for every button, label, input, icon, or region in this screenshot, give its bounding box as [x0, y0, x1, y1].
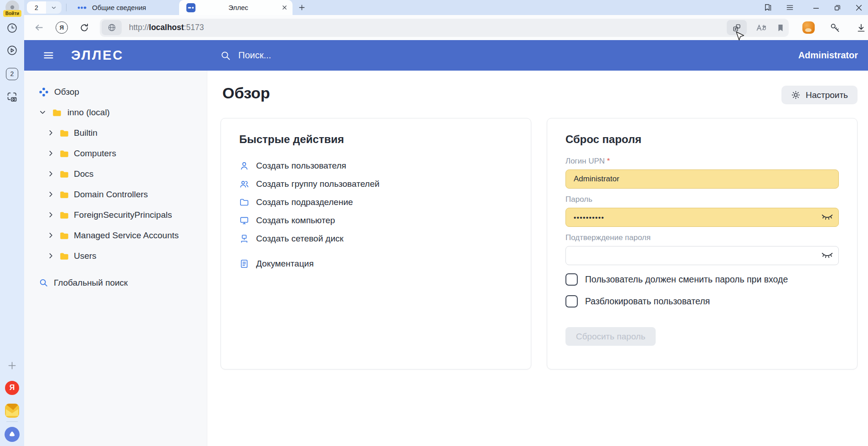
chevron-down-icon[interactable] [46, 1, 62, 14]
downloads-button[interactable] [856, 22, 867, 33]
alice-assistant-button[interactable] [0, 425, 24, 444]
reload-icon [79, 22, 90, 33]
quick-actions-card: Быстрые действия Создать пользователя Со… [221, 118, 531, 369]
yandex-search-button[interactable]: Я [56, 21, 68, 34]
bookmark-page-button[interactable] [776, 23, 785, 33]
app-logo[interactable]: ЭЛЛЕС [71, 48, 124, 63]
directory-tree: Обзор inno (local) Builtin Computers [24, 71, 207, 446]
chevron-right-icon[interactable] [47, 231, 55, 239]
eye-closed-icon [821, 250, 833, 260]
tab-general-info[interactable]: Общие сведения [71, 0, 179, 15]
checkbox-icon[interactable] [565, 295, 578, 308]
password-manager-button[interactable] [829, 22, 841, 34]
folder-icon [59, 128, 69, 138]
tree-item-label: Managed Service Accounts [74, 231, 179, 241]
chevron-right-icon[interactable] [47, 129, 55, 137]
chevron-right-icon[interactable] [47, 211, 55, 219]
yandex-logo-icon: Я [5, 381, 19, 395]
chevron-right-icon[interactable] [47, 190, 55, 198]
action-create-computer[interactable]: Создать компьютер [239, 211, 513, 230]
tab-elles-active[interactable]: Эллес [179, 0, 293, 15]
back-button[interactable] [33, 22, 45, 33]
app-search-input[interactable]: Поиск... [220, 50, 271, 61]
chevron-right-icon[interactable] [47, 252, 55, 260]
action-label: Создать пользователя [256, 161, 346, 171]
checkbox-must-change-password[interactable]: Пользователь должен сменить пароль при в… [565, 272, 839, 287]
translate-button[interactable] [756, 23, 767, 33]
new-tab-button[interactable] [298, 4, 306, 11]
toggle-password-visibility-button[interactable] [821, 250, 833, 260]
action-create-user-group[interactable]: Создать группу пользователей [239, 175, 513, 193]
tree-item-folder[interactable]: Users [24, 246, 207, 266]
tree-item-domain[interactable]: inno (local) [24, 102, 207, 123]
yandex-letter-icon: Я [56, 21, 68, 34]
screenshot-button[interactable] [0, 87, 24, 106]
documentation-link[interactable]: Документация [239, 255, 513, 273]
checkbox-icon[interactable] [565, 273, 578, 286]
checkbox-label: Пользователь должен сменить пароль при в… [585, 274, 788, 285]
tab-counter[interactable]: 2 [27, 1, 62, 14]
close-window-button[interactable] [854, 3, 863, 12]
history-button[interactable] [0, 18, 24, 37]
login-badge[interactable]: Войти [3, 10, 21, 17]
action-create-org-unit[interactable]: Создать подразделение [239, 193, 513, 211]
tab-preview-button[interactable] [727, 20, 747, 35]
reload-button[interactable] [79, 22, 90, 33]
action-create-user[interactable]: Создать пользователя [239, 157, 513, 175]
password-input[interactable] [565, 208, 839, 227]
tree-item-folder[interactable]: Managed Service Accounts [24, 225, 207, 246]
app-menu-button[interactable] [42, 49, 55, 62]
close-icon [281, 4, 288, 11]
extension-mascot-button[interactable] [802, 21, 815, 34]
tab-counter-value: 2 [27, 1, 46, 14]
reset-password-button[interactable]: Сбросить пароль [565, 327, 656, 346]
profile-avatar[interactable]: Войти [3, 0, 21, 16]
overview-dots-icon [39, 87, 49, 97]
tree-item-label: ForeignSecurityPrincipals [74, 210, 172, 220]
app-header: ЭЛЛЕС Поиск... Administrator [24, 40, 868, 71]
tab-count-badge: 2 [6, 68, 18, 80]
action-create-network-drive[interactable]: Создать сетевой диск [239, 230, 513, 248]
configure-button[interactable]: Настроить [781, 86, 858, 104]
minimize-button[interactable] [812, 3, 821, 12]
tree-item-folder[interactable]: Computers [24, 143, 207, 164]
bookmarks-panel-button[interactable] [763, 3, 773, 12]
key-icon [829, 22, 841, 34]
url-port: :5173 [184, 23, 204, 32]
tree-item-folder[interactable]: Domain Controllers [24, 184, 207, 205]
yandex-mail-button[interactable] [0, 401, 24, 420]
tree-item-folder[interactable]: Builtin [24, 123, 207, 143]
tab-divider [66, 4, 67, 11]
tab-groups-button[interactable]: 2 [0, 64, 24, 83]
checkbox-unlock-user[interactable]: Разблокировать пользователя [565, 293, 839, 309]
restore-window-button[interactable] [833, 3, 842, 12]
media-play-button[interactable] [0, 41, 24, 60]
yandex-app-button[interactable]: Я [0, 378, 24, 397]
tab-close-button[interactable] [281, 4, 288, 11]
rail-divider [6, 421, 18, 422]
tree-item-folder[interactable]: Docs [24, 164, 207, 184]
card-title: Сброс пароля [565, 133, 839, 146]
login-upn-input[interactable] [565, 169, 839, 189]
action-label: Создать компьютер [256, 215, 335, 226]
chevron-right-icon[interactable] [47, 149, 55, 157]
tree-item-folder[interactable]: ForeignSecurityPrincipals [24, 205, 207, 225]
password-reset-card: Сброс пароля Логин UPN * Пароль [547, 118, 858, 369]
folder-icon [59, 231, 69, 241]
tab-favicon-dots [77, 5, 87, 10]
browser-menu-button[interactable] [785, 3, 795, 12]
rail-add-button[interactable] [0, 356, 24, 375]
chevron-right-icon[interactable] [47, 170, 55, 178]
confirm-password-input[interactable] [565, 246, 839, 265]
site-info-chip[interactable] [102, 20, 122, 35]
chevron-down-icon[interactable] [39, 108, 46, 116]
plus-icon [298, 4, 306, 11]
tree-item-global-search[interactable]: Глобальный поиск [24, 272, 207, 293]
tree-item-overview[interactable]: Обзор [24, 82, 207, 102]
folder-icon [59, 169, 69, 179]
url-text[interactable]: http://localhost:5173 [129, 23, 727, 32]
arrow-left-icon [33, 22, 45, 33]
toggle-password-visibility-button[interactable] [821, 211, 833, 221]
current-user-label[interactable]: Administrator [798, 50, 858, 61]
omnibox[interactable]: http://localhost:5173 [100, 19, 789, 37]
